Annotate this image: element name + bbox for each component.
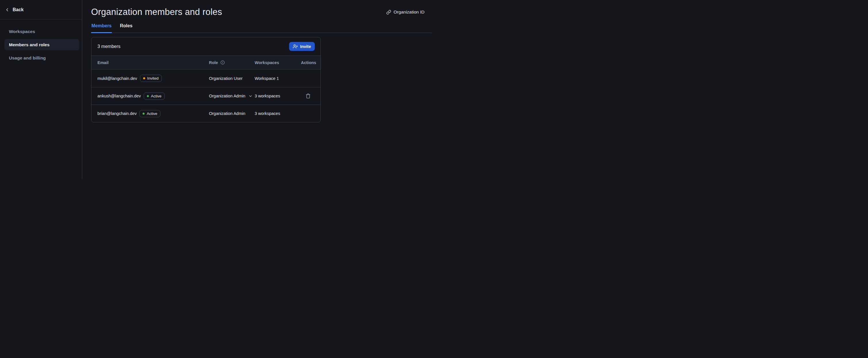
organization-id-link[interactable]: Organization ID [386, 9, 425, 15]
member-workspaces: 3 workspaces [255, 111, 301, 116]
role-cell: Organization User [209, 76, 255, 81]
status-dot [143, 112, 145, 115]
status-badge: Active [140, 110, 160, 117]
email-cell: ankush@langchain.devActive [97, 93, 209, 100]
delete-member-button[interactable] [305, 93, 311, 99]
email-cell: brian@langchain.devActive [97, 110, 209, 117]
member-email: ankush@langchain.dev [97, 94, 141, 98]
status-dot [143, 77, 145, 79]
sidebar-item-usage-and-billing[interactable]: Usage and billing [4, 52, 79, 64]
member-email: brian@langchain.dev [97, 111, 136, 116]
members-card: 3 members Invite Email Role Workspaces A… [91, 37, 321, 122]
actions-cell [301, 93, 315, 99]
sidebar-item-label: Usage and billing [9, 56, 46, 61]
trash-icon [306, 95, 311, 99]
sidebar-item-label: Members and roles [9, 42, 50, 47]
sidebar-item-members-and-roles[interactable]: Members and roles [4, 39, 79, 50]
status-dot [147, 95, 149, 97]
sidebar-item-workspaces[interactable]: Workspaces [4, 26, 79, 37]
member-role: Organization Admin [209, 94, 245, 98]
status-label: Active [147, 111, 157, 116]
member-workspaces: 3 workspaces [255, 94, 301, 98]
sidebar: Back Workspaces Members and roles Usage … [0, 0, 82, 179]
tab-members[interactable]: Members [91, 23, 112, 33]
member-role: Organization Admin [209, 111, 245, 116]
table-row: ankush@langchain.devActiveOrganization A… [91, 87, 320, 105]
column-header-actions: Actions [301, 60, 315, 65]
status-badge: Invited [140, 75, 162, 82]
back-button[interactable]: Back [0, 0, 82, 20]
main-content: Organization members and roles Organizat… [82, 0, 434, 179]
member-email: mukil@langchain.dev [97, 76, 137, 81]
back-label: Back [13, 7, 24, 12]
table-row: brian@langchain.devActiveOrganization Ad… [91, 105, 320, 122]
tab-bar: Members Roles [91, 23, 432, 33]
column-header-workspaces: Workspaces [255, 60, 301, 65]
sidebar-nav: Workspaces Members and roles Usage and b… [0, 20, 82, 64]
column-header-role-label: Role [209, 60, 218, 65]
tab-roles[interactable]: Roles [120, 23, 133, 33]
role-cell: Organization Admin [209, 111, 255, 116]
page-title: Organization members and roles [91, 7, 222, 17]
status-badge: Active [144, 93, 165, 100]
status-label: Invited [147, 76, 159, 80]
info-icon[interactable] [220, 60, 225, 65]
invite-button[interactable]: Invite [289, 42, 315, 51]
page-header: Organization members and roles Organizat… [91, 7, 434, 17]
chevron-left-icon [5, 7, 10, 12]
column-header-email: Email [97, 60, 209, 65]
table-header-row: Email Role Workspaces Actions [91, 56, 320, 69]
email-cell: mukil@langchain.devInvited [97, 75, 209, 82]
organization-id-label: Organization ID [394, 9, 425, 15]
table-body: mukil@langchain.devInvitedOrganization U… [91, 69, 320, 122]
member-workspaces: Workspace 1 [255, 76, 301, 81]
status-label: Active [151, 94, 161, 98]
sidebar-item-label: Workspaces [9, 29, 35, 34]
column-header-role: Role [209, 60, 255, 65]
table-row: mukil@langchain.devInvitedOrganization U… [91, 69, 320, 87]
user-plus-icon [293, 44, 298, 49]
member-role: Organization User [209, 76, 243, 81]
invite-label: Invite [300, 44, 311, 49]
chevron-down-icon [248, 94, 253, 98]
members-card-header: 3 members Invite [91, 37, 320, 56]
members-count: 3 members [97, 44, 120, 49]
link-icon [386, 10, 391, 15]
role-dropdown[interactable]: Organization Admin [209, 94, 255, 98]
